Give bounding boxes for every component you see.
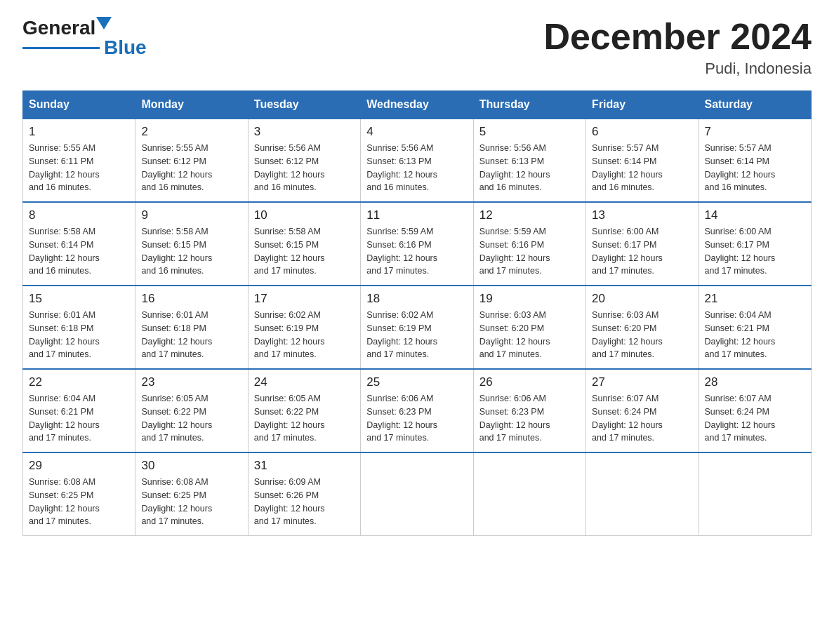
day-number: 19 (479, 292, 580, 306)
weekday-header-friday: Friday (586, 91, 699, 119)
day-number: 22 (29, 375, 129, 389)
day-number: 12 (479, 208, 580, 222)
calendar-day-cell: 22Sunrise: 6:04 AMSunset: 6:21 PMDayligh… (23, 369, 135, 452)
calendar-day-cell: 24Sunrise: 6:05 AMSunset: 6:22 PMDayligh… (248, 369, 360, 452)
day-number: 26 (479, 375, 580, 389)
day-number: 21 (705, 292, 805, 306)
weekday-header-thursday: Thursday (473, 91, 585, 119)
day-number: 1 (29, 125, 129, 139)
day-info: Sunrise: 6:08 AMSunset: 6:25 PMDaylight:… (141, 476, 241, 528)
day-info: Sunrise: 6:01 AMSunset: 6:18 PMDaylight:… (141, 309, 241, 361)
calendar-day-cell: 25Sunrise: 6:06 AMSunset: 6:23 PMDayligh… (361, 369, 473, 452)
calendar-day-cell: 23Sunrise: 6:05 AMSunset: 6:22 PMDayligh… (135, 369, 248, 452)
day-info: Sunrise: 6:04 AMSunset: 6:21 PMDaylight:… (705, 309, 805, 361)
calendar-day-cell: 18Sunrise: 6:02 AMSunset: 6:19 PMDayligh… (361, 286, 473, 369)
calendar-day-cell: 11Sunrise: 5:59 AMSunset: 6:16 PMDayligh… (361, 202, 473, 286)
day-info: Sunrise: 6:03 AMSunset: 6:20 PMDaylight:… (479, 309, 580, 361)
day-number: 13 (592, 208, 692, 222)
page-header: General Blue December 2024 Pudi, Indones… (22, 17, 812, 78)
day-info: Sunrise: 6:07 AMSunset: 6:24 PMDaylight:… (705, 392, 805, 445)
day-info: Sunrise: 6:06 AMSunset: 6:23 PMDaylight:… (479, 392, 580, 445)
calendar-day-cell: 26Sunrise: 6:06 AMSunset: 6:23 PMDayligh… (473, 369, 585, 452)
calendar-week-row: 1Sunrise: 5:55 AMSunset: 6:11 PMDaylight… (23, 119, 812, 202)
calendar-week-row: 29Sunrise: 6:08 AMSunset: 6:25 PMDayligh… (23, 452, 812, 536)
day-info: Sunrise: 5:59 AMSunset: 6:16 PMDaylight:… (366, 225, 467, 278)
day-number: 6 (592, 125, 692, 139)
day-info: Sunrise: 5:56 AMSunset: 6:12 PMDaylight:… (254, 142, 355, 194)
day-info: Sunrise: 5:59 AMSunset: 6:16 PMDaylight:… (479, 225, 580, 278)
calendar-day-cell: 20Sunrise: 6:03 AMSunset: 6:20 PMDayligh… (586, 286, 699, 369)
day-number: 25 (366, 375, 467, 389)
day-info: Sunrise: 5:58 AMSunset: 6:15 PMDaylight:… (254, 225, 355, 278)
weekday-header-row: SundayMondayTuesdayWednesdayThursdayFrid… (23, 91, 812, 119)
logo: General Blue (22, 17, 147, 59)
calendar-day-cell: 21Sunrise: 6:04 AMSunset: 6:21 PMDayligh… (699, 286, 811, 369)
calendar-day-cell: 9Sunrise: 5:58 AMSunset: 6:15 PMDaylight… (135, 202, 248, 286)
day-info: Sunrise: 5:55 AMSunset: 6:12 PMDaylight:… (141, 142, 241, 194)
day-number: 28 (705, 375, 805, 389)
day-number: 5 (479, 125, 580, 139)
day-number: 23 (141, 375, 241, 389)
calendar-day-cell: 19Sunrise: 6:03 AMSunset: 6:20 PMDayligh… (473, 286, 585, 369)
calendar-day-cell: 4Sunrise: 5:56 AMSunset: 6:13 PMDaylight… (361, 119, 473, 202)
day-number: 10 (254, 208, 355, 222)
logo-triangle-icon (96, 17, 112, 36)
weekday-header-sunday: Sunday (23, 91, 135, 119)
title-block: December 2024 Pudi, Indonesia (543, 17, 812, 78)
calendar-day-cell: 27Sunrise: 6:07 AMSunset: 6:24 PMDayligh… (586, 369, 699, 452)
calendar-table: SundayMondayTuesdayWednesdayThursdayFrid… (22, 90, 812, 536)
calendar-day-cell: 29Sunrise: 6:08 AMSunset: 6:25 PMDayligh… (23, 452, 135, 536)
day-info: Sunrise: 5:55 AMSunset: 6:11 PMDaylight:… (29, 142, 129, 194)
day-info: Sunrise: 6:01 AMSunset: 6:18 PMDaylight:… (29, 309, 129, 361)
calendar-empty-cell (586, 452, 699, 536)
calendar-day-cell: 15Sunrise: 6:01 AMSunset: 6:18 PMDayligh… (23, 286, 135, 369)
calendar-week-row: 15Sunrise: 6:01 AMSunset: 6:18 PMDayligh… (23, 286, 812, 369)
calendar-week-row: 8Sunrise: 5:58 AMSunset: 6:14 PMDaylight… (23, 202, 812, 286)
day-info: Sunrise: 6:00 AMSunset: 6:17 PMDaylight:… (592, 225, 692, 278)
day-info: Sunrise: 6:08 AMSunset: 6:25 PMDaylight:… (29, 476, 129, 528)
calendar-day-cell: 12Sunrise: 5:59 AMSunset: 6:16 PMDayligh… (473, 202, 585, 286)
day-number: 14 (705, 208, 805, 222)
day-info: Sunrise: 5:56 AMSunset: 6:13 PMDaylight:… (366, 142, 467, 194)
day-number: 3 (254, 125, 355, 139)
calendar-title: December 2024 (543, 17, 812, 57)
calendar-day-cell: 6Sunrise: 5:57 AMSunset: 6:14 PMDaylight… (586, 119, 699, 202)
day-info: Sunrise: 6:02 AMSunset: 6:19 PMDaylight:… (366, 309, 467, 361)
calendar-empty-cell (361, 452, 473, 536)
day-info: Sunrise: 6:05 AMSunset: 6:22 PMDaylight:… (141, 392, 241, 445)
calendar-day-cell: 31Sunrise: 6:09 AMSunset: 6:26 PMDayligh… (248, 452, 360, 536)
day-number: 27 (592, 375, 692, 389)
day-info: Sunrise: 6:05 AMSunset: 6:22 PMDaylight:… (254, 392, 355, 445)
day-info: Sunrise: 6:07 AMSunset: 6:24 PMDaylight:… (592, 392, 692, 445)
day-info: Sunrise: 5:56 AMSunset: 6:13 PMDaylight:… (479, 142, 580, 194)
day-info: Sunrise: 5:57 AMSunset: 6:14 PMDaylight:… (592, 142, 692, 194)
calendar-day-cell: 1Sunrise: 5:55 AMSunset: 6:11 PMDaylight… (23, 119, 135, 202)
day-info: Sunrise: 5:58 AMSunset: 6:14 PMDaylight:… (29, 225, 129, 278)
day-number: 24 (254, 375, 355, 389)
calendar-day-cell: 17Sunrise: 6:02 AMSunset: 6:19 PMDayligh… (248, 286, 360, 369)
day-number: 8 (29, 208, 129, 222)
calendar-day-cell: 16Sunrise: 6:01 AMSunset: 6:18 PMDayligh… (135, 286, 248, 369)
calendar-empty-cell (473, 452, 585, 536)
calendar-day-cell: 3Sunrise: 5:56 AMSunset: 6:12 PMDaylight… (248, 119, 360, 202)
weekday-header-tuesday: Tuesday (248, 91, 360, 119)
day-info: Sunrise: 6:00 AMSunset: 6:17 PMDaylight:… (705, 225, 805, 278)
day-info: Sunrise: 5:58 AMSunset: 6:15 PMDaylight:… (141, 225, 241, 278)
day-number: 11 (366, 208, 467, 222)
day-info: Sunrise: 6:04 AMSunset: 6:21 PMDaylight:… (29, 392, 129, 445)
calendar-day-cell: 30Sunrise: 6:08 AMSunset: 6:25 PMDayligh… (135, 452, 248, 536)
day-info: Sunrise: 5:57 AMSunset: 6:14 PMDaylight:… (705, 142, 805, 194)
day-info: Sunrise: 6:06 AMSunset: 6:23 PMDaylight:… (366, 392, 467, 445)
day-number: 16 (141, 292, 241, 306)
calendar-day-cell: 13Sunrise: 6:00 AMSunset: 6:17 PMDayligh… (586, 202, 699, 286)
calendar-day-cell: 28Sunrise: 6:07 AMSunset: 6:24 PMDayligh… (699, 369, 811, 452)
weekday-header-wednesday: Wednesday (361, 91, 473, 119)
day-info: Sunrise: 6:03 AMSunset: 6:20 PMDaylight:… (592, 309, 692, 361)
day-number: 9 (141, 208, 241, 222)
logo-underline (22, 47, 100, 49)
day-info: Sunrise: 6:02 AMSunset: 6:19 PMDaylight:… (254, 309, 355, 361)
calendar-subtitle: Pudi, Indonesia (543, 60, 812, 78)
calendar-day-cell: 2Sunrise: 5:55 AMSunset: 6:12 PMDaylight… (135, 119, 248, 202)
day-number: 18 (366, 292, 467, 306)
day-number: 2 (141, 125, 241, 139)
